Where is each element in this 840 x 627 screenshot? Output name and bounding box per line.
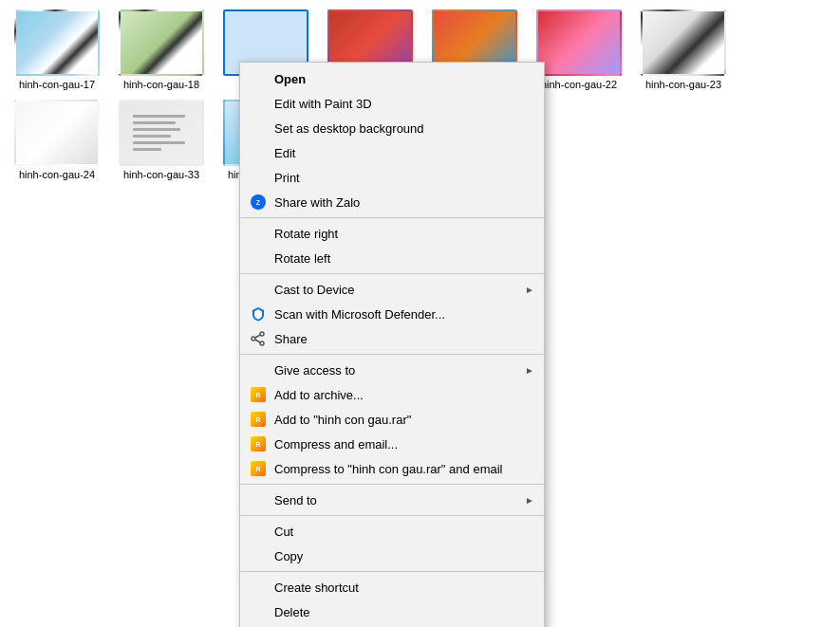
file-label-22: hinh-con-gau-22 — [541, 79, 617, 90]
menu-label-copy: Copy — [274, 549, 303, 563]
menu-item-open[interactable]: Open — [240, 66, 544, 91]
menu-label-cut: Cut — [274, 525, 293, 539]
menu-item-add-rar[interactable]: R Add to "hinh con gau.rar" — [240, 407, 544, 432]
menu-item-edit[interactable]: Edit — [240, 140, 544, 165]
menu-item-delete[interactable]: Delete — [240, 599, 544, 624]
file-item-22[interactable]: hinh-con-gau-22 — [532, 9, 626, 90]
svg-point-1 — [260, 341, 264, 345]
menu-item-edit-paint[interactable]: Edit with Paint 3D — [240, 91, 544, 116]
separator-6 — [240, 571, 544, 572]
menu-label-compress-rar-email: Compress to "hinh con gau.rar" and email — [274, 462, 502, 476]
menu-item-rotate-left[interactable]: Rotate left — [240, 246, 544, 270]
menu-item-set-desktop[interactable]: Set as desktop background — [240, 116, 544, 140]
menu-label-rotate-left: Rotate left — [274, 251, 330, 266]
svg-point-0 — [260, 332, 264, 336]
share-icon — [250, 330, 267, 347]
menu-item-print[interactable]: Print — [240, 165, 544, 190]
context-menu: Open Edit with Paint 3D Set as desktop b… — [239, 62, 545, 627]
file-item-23[interactable]: hinh-con-gau-23 — [636, 9, 731, 90]
menu-label-share-zalo: Share with Zalo — [274, 195, 360, 210]
separator-2 — [240, 273, 544, 274]
menu-label-delete: Delete — [274, 605, 310, 619]
winrar-icon-compress-rar-email: R — [250, 460, 267, 477]
file-label-33: hinh-con-gau-33 — [123, 169, 199, 180]
menu-label-edit-paint: Edit with Paint 3D — [274, 97, 372, 111]
file-item-33[interactable]: hinh-con-gau-33 — [114, 100, 209, 180]
separator-1 — [240, 217, 544, 218]
menu-label-share: Share — [274, 332, 308, 346]
submenu-arrow-cast: ► — [525, 285, 534, 295]
file-thumb-23 — [641, 9, 726, 76]
menu-label-edit: Edit — [274, 146, 295, 160]
file-label-23: hinh-con-gau-23 — [645, 79, 721, 90]
menu-item-give-access[interactable]: Give access to ► — [240, 358, 544, 382]
menu-label-add-archive: Add to archive... — [274, 388, 364, 402]
menu-item-share[interactable]: Share — [240, 326, 544, 351]
file-thumb-22 — [536, 9, 622, 76]
submenu-arrow-give-access: ► — [525, 365, 534, 376]
winrar-icon-add-rar: R — [250, 411, 267, 428]
file-thumb-33 — [119, 100, 204, 166]
svg-line-4 — [255, 340, 260, 342]
separator-3 — [240, 354, 544, 355]
separator-5 — [240, 515, 544, 516]
file-label-24: hinh-con-gau-24 — [19, 169, 95, 180]
menu-label-send-to: Send to — [274, 493, 317, 507]
svg-line-3 — [255, 335, 260, 338]
file-thumb-17 — [14, 9, 100, 76]
menu-item-create-shortcut[interactable]: Create shortcut — [240, 575, 544, 599]
menu-label-give-access: Give access to — [274, 363, 355, 378]
winrar-icon-compress-email: R — [250, 435, 267, 452]
file-label-18: hinh-con-gau-18 — [123, 79, 199, 90]
winrar-icon-add-archive: R — [250, 386, 267, 403]
submenu-arrow-send-to: ► — [525, 495, 534, 506]
separator-4 — [240, 484, 544, 485]
menu-item-compress-email[interactable]: R Compress and email... — [240, 432, 544, 456]
menu-label-rotate-right: Rotate right — [274, 227, 338, 241]
menu-label-print: Print — [274, 171, 300, 185]
file-label-17: hinh-con-gau-17 — [19, 79, 95, 90]
file-item-24[interactable]: hinh-con-gau-24 — [9, 100, 104, 180]
menu-item-share-zalo[interactable]: Z Share with Zalo — [240, 190, 544, 214]
menu-label-compress-email: Compress and email... — [274, 437, 398, 452]
menu-item-cut[interactable]: Cut — [240, 519, 544, 544]
file-thumb-24 — [14, 100, 100, 166]
menu-label-open: Open — [274, 72, 306, 86]
menu-item-send-to[interactable]: Send to ► — [240, 488, 544, 512]
menu-label-set-desktop: Set as desktop background — [274, 121, 424, 136]
zalo-icon: Z — [250, 194, 267, 211]
menu-label-create-shortcut: Create shortcut — [274, 581, 359, 595]
menu-label-add-rar: Add to "hinh con gau.rar" — [274, 413, 411, 427]
menu-label-scan-defender: Scan with Microsoft Defender... — [274, 307, 445, 322]
svg-point-2 — [252, 337, 255, 341]
menu-item-add-archive[interactable]: R Add to archive... — [240, 382, 544, 407]
menu-item-rotate-right[interactable]: Rotate right — [240, 221, 544, 246]
menu-item-cast-device[interactable]: Cast to Device ► — [240, 277, 544, 302]
menu-item-compress-rar-email[interactable]: R Compress to "hinh con gau.rar" and ema… — [240, 456, 544, 481]
shield-defender-icon — [250, 305, 267, 323]
file-item-18[interactable]: hinh-con-gau-18 — [114, 9, 209, 90]
menu-item-copy[interactable]: Copy — [240, 544, 544, 568]
menu-label-cast-device: Cast to Device — [274, 283, 355, 297]
menu-item-scan-defender[interactable]: Scan with Microsoft Defender... — [240, 302, 544, 326]
file-thumb-18 — [119, 9, 204, 76]
file-item-17[interactable]: hinh-con-gau-17 — [9, 9, 104, 90]
